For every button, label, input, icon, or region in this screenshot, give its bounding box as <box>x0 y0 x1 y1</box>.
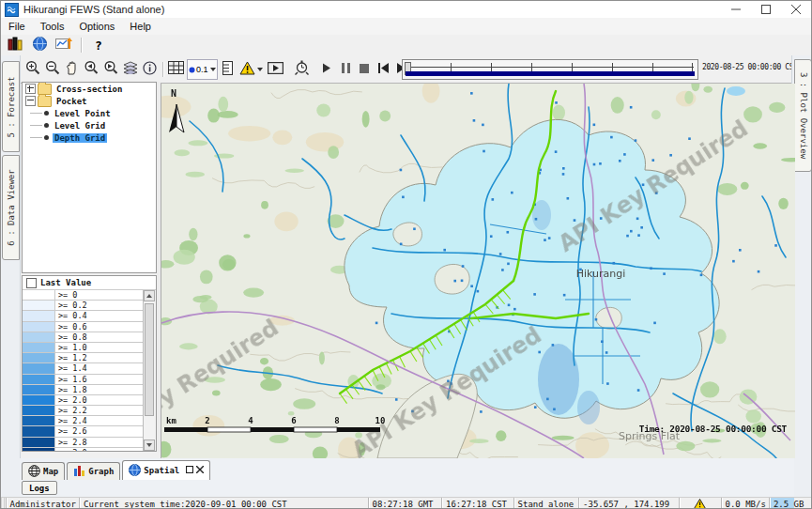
step-back-button[interactable] <box>375 59 392 80</box>
legend-row[interactable]: >= 1.4 <box>23 363 143 374</box>
legend-row[interactable]: >= 1.2 <box>23 353 143 363</box>
legend-row[interactable]: >= 3.0 <box>23 448 143 452</box>
map-toolbar: 0.1 2020-08-25 00:00:00 CST <box>20 55 794 84</box>
maximize-button[interactable] <box>751 1 781 18</box>
legend-row-label: >= 1.2 <box>55 353 87 362</box>
left-tab-strip: 5 : Forecast 6 : Data Viewer <box>1 55 21 497</box>
map-svg: API Key Required API Key Required API Ke… <box>161 84 795 458</box>
zoom-previous-button[interactable] <box>82 59 100 80</box>
tab-map[interactable]: Map <box>22 462 65 480</box>
layers-button[interactable] <box>121 59 140 80</box>
pan-button[interactable] <box>63 59 81 80</box>
logs-button[interactable]: Logs <box>22 481 57 495</box>
timeseries-dialog-button[interactable] <box>54 36 74 54</box>
tree-item-label: Pocket <box>54 97 89 106</box>
tree-item-pocket[interactable]: Pocket <box>23 95 156 107</box>
tab-spatial[interactable]: Spatial <box>122 460 210 480</box>
timeline-extent-bar <box>406 71 695 76</box>
scroll-down-button[interactable] <box>144 440 155 451</box>
scrollbar-thumb[interactable] <box>145 303 154 416</box>
legend-row[interactable]: >= 2.6 <box>23 426 143 437</box>
legend-row[interactable]: >= 1.0 <box>23 343 143 353</box>
legend-row[interactable]: >= 2.4 <box>23 416 143 426</box>
timeline-slider[interactable] <box>402 59 698 80</box>
collapse-icon[interactable] <box>25 96 36 106</box>
tree-connector <box>30 125 42 126</box>
chevron-down-icon <box>257 68 263 71</box>
legend-row[interactable]: >= 0.2 <box>23 301 143 311</box>
zoom-in-button[interactable] <box>23 59 42 80</box>
menu-options[interactable]: Options <box>71 20 122 33</box>
map-canvas[interactable]: API Key Required API Key Required API Ke… <box>161 84 795 458</box>
tree-connector <box>30 113 42 114</box>
legend-row-label: >= 0.2 <box>55 301 87 310</box>
tree-item-level-grid[interactable]: Level Grid <box>23 119 156 131</box>
legend-row[interactable]: >= 0.8 <box>23 332 143 343</box>
scale-tick: 4 <box>248 416 253 425</box>
legend-row[interactable]: >= 2.8 <box>23 438 143 448</box>
animation-dialog-button[interactable] <box>266 59 285 80</box>
grid-display-button[interactable] <box>166 59 186 80</box>
map-display-button[interactable] <box>29 36 50 54</box>
menu-help[interactable]: Help <box>122 20 159 33</box>
tab-forecast[interactable]: 5 : Forecast <box>2 61 20 152</box>
threshold-classes-button[interactable]: 0.1 <box>187 59 218 80</box>
title-bar: Hikurangi FEWS (Stand alone) <box>1 1 811 18</box>
legend-color-swatch <box>23 385 55 394</box>
info-button[interactable] <box>141 59 159 80</box>
profile-ruler-button[interactable] <box>219 59 237 80</box>
play-button[interactable] <box>318 59 336 80</box>
tree-item-level-point[interactable]: Level Point <box>23 107 156 119</box>
stop-icon <box>360 62 369 76</box>
legend-row-label: >= 2.0 <box>55 395 87 405</box>
legend-header-label: Last Value <box>40 278 91 287</box>
legend-row[interactable]: >= 0.4 <box>23 311 143 321</box>
map-toolbar-separator <box>162 62 163 77</box>
legend-row[interactable]: >= 2.0 <box>23 395 143 406</box>
expand-icon[interactable] <box>25 84 36 94</box>
legend-row-label: >= 2.2 <box>55 406 87 415</box>
legend-row[interactable]: >= 1.8 <box>23 385 143 395</box>
arrow-down-icon <box>146 443 152 447</box>
legend-row[interactable]: >= 2.2 <box>23 406 143 416</box>
legend-color-swatch <box>23 301 55 310</box>
tab-graph[interactable]: Graph <box>67 462 120 480</box>
warning-thresholds-button[interactable] <box>237 59 265 80</box>
zoom-out-button[interactable] <box>43 59 62 80</box>
play-icon <box>322 62 331 76</box>
menu-tools[interactable]: Tools <box>33 20 72 33</box>
zoom-next-button[interactable] <box>101 59 120 80</box>
archive-database-button[interactable] <box>5 36 25 54</box>
pause-button[interactable] <box>337 59 355 80</box>
status-warning-cell[interactable] <box>680 498 721 509</box>
scroll-up-button[interactable] <box>144 290 155 301</box>
close-button[interactable] <box>781 1 811 18</box>
legend-row[interactable]: >= 0.6 <box>23 322 143 332</box>
status-gmt-time: 08:27:18 GMT <box>369 498 442 509</box>
close-panel-icon[interactable] <box>196 466 204 475</box>
tab-plot-overview[interactable]: 3 : Plot Overview <box>794 59 812 172</box>
bullet-icon <box>44 111 49 116</box>
status-user: Administrator <box>7 498 80 509</box>
folder-icon <box>38 96 52 107</box>
status-mode: Stand alone <box>514 498 579 509</box>
minimize-button[interactable] <box>721 1 751 18</box>
status-coordinates: -35.657 , 174.199 <box>579 498 680 509</box>
bullet-icon <box>44 123 49 128</box>
legend-color-swatch <box>23 416 55 425</box>
status-bar: Administrator Current system time:2020-0… <box>1 497 811 509</box>
set-time-button[interactable] <box>292 59 312 80</box>
maximize-panel-icon[interactable] <box>186 466 193 475</box>
tab-data-viewer[interactable]: 6 : Data Viewer <box>2 155 20 260</box>
stop-button[interactable] <box>356 59 374 80</box>
tree-item-depth-grid[interactable]: Depth Grid <box>23 131 156 144</box>
legend-header: Last Value <box>23 276 156 290</box>
help-button[interactable]: ? <box>88 36 109 54</box>
legend-row[interactable]: >= 0 <box>23 290 143 301</box>
legend-row[interactable]: >= 1.6 <box>23 375 143 385</box>
last-value-checkbox[interactable] <box>26 278 37 288</box>
legend-color-swatch <box>23 332 55 342</box>
menu-file[interactable]: File <box>1 20 33 33</box>
legend-scrollbar[interactable] <box>143 290 156 451</box>
status-local-time: 16:27:18 CST <box>442 498 514 509</box>
